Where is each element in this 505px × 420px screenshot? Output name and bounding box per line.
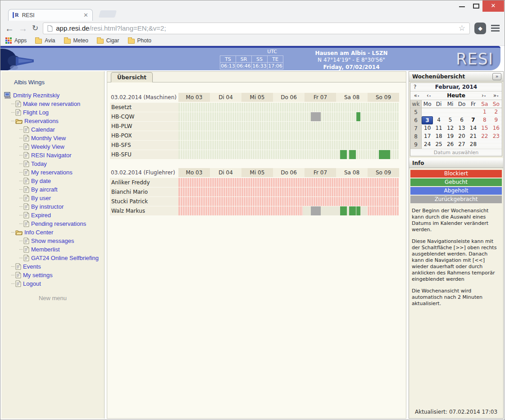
- sidebar-item-expired[interactable]: Expired: [1, 211, 104, 219]
- calendar-day[interactable]: 14: [468, 124, 479, 132]
- reservation-block-gebucht[interactable]: [356, 112, 360, 121]
- calendar-day[interactable]: 7: [468, 116, 479, 124]
- calendar-day[interactable]: 23: [491, 132, 502, 141]
- bookmark-folder-photo[interactable]: Photo: [128, 37, 151, 44]
- window-maximize-button[interactable]: [473, 4, 479, 9]
- today-button[interactable]: Heute: [435, 92, 478, 99]
- calendar-day[interactable]: 28: [468, 141, 479, 149]
- calendar-day[interactable]: 15: [479, 124, 490, 132]
- bookmark-folder-meteo[interactable]: Meteo: [64, 37, 88, 44]
- prev-week-button[interactable]: ‹: [423, 92, 435, 99]
- timeline-track[interactable]: [178, 112, 399, 121]
- week-number[interactable]: 8: [410, 132, 422, 141]
- week-number[interactable]: 9: [410, 141, 422, 149]
- calendar-day[interactable]: 24: [422, 141, 433, 149]
- sidebar-item-info-center[interactable]: Info Center: [1, 228, 104, 237]
- week-number[interactable]: 5: [410, 108, 422, 116]
- calendar-day[interactable]: 8: [479, 116, 490, 124]
- sidebar-item-pending-reservations[interactable]: Pending reservations: [1, 219, 104, 228]
- calendar-day[interactable]: 25: [433, 141, 444, 149]
- tab-uebersicht[interactable]: Übersicht: [111, 72, 153, 82]
- tab-close-icon[interactable]: ✕: [83, 13, 88, 18]
- calendar-day[interactable]: 16: [491, 124, 502, 132]
- calendar-day[interactable]: 6: [456, 116, 467, 124]
- timeline-track[interactable]: [178, 122, 399, 131]
- sidebar-item-today[interactable]: Today: [1, 160, 104, 168]
- calendar-day[interactable]: 27: [456, 141, 467, 149]
- bookmark-star-icon[interactable]: ☆: [459, 25, 465, 32]
- reservation-block-gebucht[interactable]: [356, 206, 360, 215]
- window-close-button[interactable]: ✕: [482, 0, 504, 12]
- sidebar-item-by-date[interactable]: By date: [1, 177, 104, 185]
- timeline-track[interactable]: [178, 141, 399, 150]
- reservation-block-gebucht[interactable]: [379, 150, 390, 159]
- reservation-block-gebucht[interactable]: [349, 150, 356, 159]
- calendar-day[interactable]: 19: [445, 132, 456, 141]
- sidebar-item-flight-log[interactable]: Flight Log: [1, 108, 104, 117]
- sidebar-item-my-settings[interactable]: My settings: [1, 271, 104, 279]
- browser-tab[interactable]: R RESI ✕: [8, 9, 93, 21]
- reload-button[interactable]: ↻: [32, 24, 38, 32]
- collapse-panel-button[interactable]: »: [492, 73, 501, 80]
- calendar-day[interactable]: 12: [445, 124, 456, 132]
- sidebar-item-dmitriy-reznitskiy[interactable]: Dmitriy Reznitskiy: [1, 91, 104, 100]
- bookmark-folder-cigar[interactable]: Cigar: [97, 37, 119, 44]
- new-tab-button[interactable]: [99, 10, 117, 18]
- reservation-block-zurückgebracht[interactable]: [311, 206, 321, 215]
- calendar-day[interactable]: 4: [433, 116, 444, 124]
- week-number[interactable]: 6: [410, 116, 422, 124]
- timeline-track[interactable]: [178, 131, 399, 140]
- sidebar-item-weekly-view[interactable]: Weekly View: [1, 142, 104, 151]
- timeline-track[interactable]: [178, 150, 399, 159]
- calendar-day[interactable]: 13: [456, 124, 467, 132]
- back-button[interactable]: ←: [5, 24, 14, 33]
- sidebar-item-by-instructor[interactable]: By instructor: [1, 202, 104, 211]
- calendar-day[interactable]: 9: [491, 116, 502, 124]
- apps-shortcut[interactable]: Apps: [5, 37, 27, 44]
- calendar-day[interactable]: 11: [433, 124, 444, 132]
- next-year-button[interactable]: »: [490, 92, 502, 99]
- timeline-track[interactable]: [178, 178, 399, 187]
- window-minimize-button[interactable]: [459, 6, 465, 7]
- calendar-help-button[interactable]: ?: [414, 83, 416, 91]
- prev-year-button[interactable]: «: [410, 92, 423, 99]
- calendar-day[interactable]: 26: [445, 141, 456, 149]
- timeline-track[interactable]: [178, 206, 399, 215]
- reservation-block-zurückgebracht[interactable]: [311, 112, 321, 121]
- sidebar-item-resi-navigator[interactable]: RESI Navigator: [1, 151, 104, 160]
- calendar-day[interactable]: 10: [422, 124, 433, 132]
- sidebar-item-calendar[interactable]: Calendar: [1, 125, 104, 134]
- browser-menu-icon[interactable]: [491, 23, 500, 33]
- sidebar-item-memberlist[interactable]: Memberlist: [1, 245, 104, 254]
- extension-icon[interactable]: ◆: [474, 23, 486, 34]
- calendar-day[interactable]: 1: [479, 108, 490, 116]
- calendar-day[interactable]: 2: [491, 108, 502, 116]
- sidebar-item-events[interactable]: Events: [1, 262, 104, 271]
- calendar-day[interactable]: 17: [422, 132, 433, 141]
- timeline-track[interactable]: [178, 197, 399, 206]
- sidebar-item-by-user[interactable]: By user: [1, 194, 104, 202]
- timeline-track[interactable]: [178, 103, 399, 112]
- calendar-day[interactable]: 20: [456, 132, 467, 141]
- sidebar-item-by-aircraft[interactable]: By aircraft: [1, 185, 104, 194]
- calendar-day[interactable]: 21: [468, 132, 479, 141]
- address-bar[interactable]: app.resi.de/resi.html?lang=EN;&v=2; ☆: [43, 23, 470, 34]
- reservation-block-gebucht[interactable]: [349, 206, 356, 215]
- sidebar-item-logout[interactable]: Logout: [1, 279, 104, 288]
- sidebar-item-my-reservations[interactable]: My reservations: [1, 168, 104, 177]
- forward-button[interactable]: →: [18, 24, 27, 33]
- sidebar-item-show-messages[interactable]: Show messages: [1, 237, 104, 245]
- calendar-day[interactable]: 5: [445, 116, 456, 124]
- calendar-day[interactable]: 3: [422, 116, 433, 124]
- calendar-day[interactable]: 18: [433, 132, 444, 141]
- calendar-day[interactable]: 22: [479, 132, 490, 141]
- sidebar-item-reservations[interactable]: Reservations: [1, 117, 104, 125]
- sidebar-item-monthly-view[interactable]: Monthly View: [1, 134, 104, 142]
- sidebar-item-gat24-online-selfbriefing[interactable]: GAT24 Online Selfbriefing: [1, 254, 104, 262]
- next-week-button[interactable]: ›: [478, 92, 490, 99]
- sidebar-item-make-new-reservation[interactable]: Make new reservation: [1, 100, 104, 108]
- reservation-block-gebucht[interactable]: [340, 150, 347, 159]
- reservation-block-gebucht[interactable]: [340, 206, 347, 215]
- week-number[interactable]: 7: [410, 124, 422, 132]
- timeline-track[interactable]: [178, 187, 399, 196]
